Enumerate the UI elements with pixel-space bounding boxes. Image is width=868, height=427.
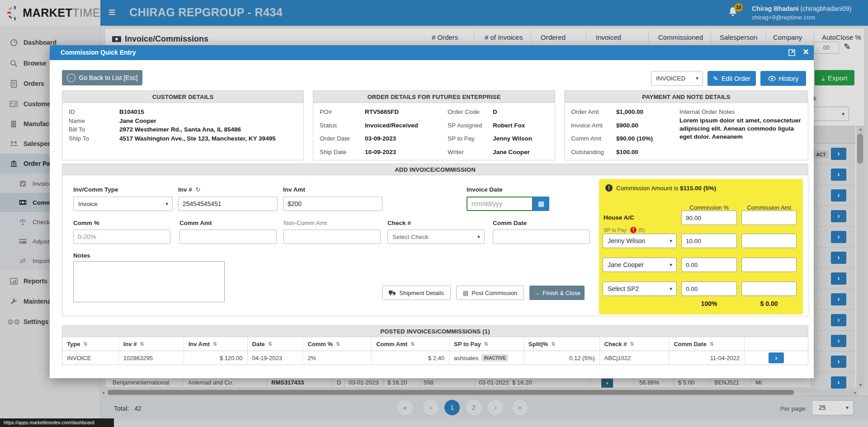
ship-to-label: Ship To	[69, 135, 119, 142]
customer-details-panel: IDB104015 NameJane Cooper Bill To2972 We…	[62, 103, 304, 160]
sort-icon[interactable]: ⇅	[268, 341, 272, 347]
house-ac-label: House A/C	[604, 214, 634, 221]
sp3-amt-input[interactable]	[741, 282, 797, 296]
sp-assigned-label: SP Assigned	[448, 122, 493, 133]
comm-pct-input[interactable]	[73, 230, 170, 244]
check-no-select[interactable]: Select Check ▾	[387, 230, 485, 244]
house-amt-input[interactable]	[741, 211, 797, 225]
po-value: RTV5665FD	[365, 108, 444, 120]
sp1-amt-input[interactable]	[741, 234, 797, 248]
sort-icon[interactable]: ⇅	[83, 341, 87, 347]
sp3-pct-input[interactable]	[681, 282, 737, 296]
sort-icon[interactable]: ⇅	[140, 341, 144, 347]
commission-amount-value: $115.00 (5%)	[680, 185, 716, 192]
order-date-value: 03-09-2023	[365, 135, 444, 146]
sort-icon[interactable]: ⇅	[410, 341, 415, 347]
invoice-amt-value: $900.00	[616, 122, 675, 133]
truck-icon	[389, 290, 396, 296]
posted-table-row[interactable]: INVOICE 102863295 $ 120.00 04-19-2023 2%…	[62, 351, 808, 365]
post-commission-button[interactable]: ▤ Post Commission	[456, 286, 524, 300]
status-label: Status	[320, 122, 365, 133]
order-code-label: Order Code	[448, 108, 493, 120]
outstanding-label: Outstanding	[571, 149, 616, 160]
sp2-select[interactable]: Jane Cooper ▾	[603, 258, 677, 272]
customer-name-value: Jane Cooper	[119, 117, 303, 124]
house-pct-input[interactable]	[681, 211, 737, 225]
inv-no-label: Inv # ↻	[178, 186, 200, 193]
payment-details-panel: Order Amt$1,000.00 Invoice Amt$900.00 Co…	[564, 103, 808, 160]
comm-pct-label: Comm %	[73, 220, 99, 226]
commission-amount-note: ! Commission Amount is $115.00 (5%)	[605, 184, 716, 192]
inv-comm-type-select[interactable]: Invoice ▾	[73, 197, 173, 211]
sp1-pct-input[interactable]	[681, 234, 737, 248]
caret-down-icon: ▾	[165, 197, 168, 211]
invoice-status-select[interactable]: INVOICED ▾	[651, 71, 703, 86]
posted-inv-no: 102863295	[119, 351, 184, 365]
posted-split: 0.12 (5%)	[524, 351, 600, 365]
go-back-button[interactable]: ← Go Back to List [Esc]	[62, 70, 142, 85]
customer-id-value: B104015	[119, 108, 303, 115]
sp2-pct-input[interactable]	[681, 258, 737, 272]
outstanding-value: $100.00	[616, 149, 675, 160]
comm-amt-label: Comm Amt	[571, 135, 616, 146]
bill-to-value: 2972 Westheimer Rd., Santa Ana, IL 85486	[119, 126, 303, 133]
commission-amt-column-header: Commission Amt	[741, 204, 797, 211]
exit-arrow-icon: →	[533, 290, 539, 296]
sort-icon[interactable]: ⇅	[213, 341, 217, 347]
sort-icon[interactable]: ⇅	[710, 341, 714, 347]
expand-icon[interactable]	[788, 49, 795, 58]
close-icon[interactable]: ×	[803, 46, 809, 58]
commission-pct-column-header: Commission %	[681, 204, 737, 211]
commission-split-panel: ! Commission Amount is $115.00 (5%) Comm…	[599, 179, 803, 314]
info-warning-icon: !	[605, 184, 613, 192]
sp-count: (5)	[638, 227, 645, 233]
customer-name-label: Name	[69, 117, 119, 124]
writer-value: Jane Cooper	[493, 149, 532, 160]
caret-down-icon: ▾	[477, 230, 480, 244]
finish-close-button[interactable]: → Finish & Close	[529, 286, 585, 300]
sort-icon[interactable]: ⇅	[484, 341, 488, 347]
sp2-amt-input[interactable]	[741, 258, 797, 272]
order-details-header: ORDER DETAILS FOR FUTURES ENTERPRISE	[313, 90, 555, 103]
invoice-date-label: Invoice Date	[467, 186, 503, 193]
ship-date-value: 10-09-2023	[365, 149, 444, 160]
required-warning-icon: !	[630, 227, 637, 233]
inv-comm-type-label: Inv/Comm Type	[73, 186, 118, 193]
non-comm-amt-label: Non-Comm Amt	[283, 220, 327, 226]
history-button[interactable]: History	[760, 71, 806, 86]
bill-to-label: Bill To	[69, 126, 119, 133]
document-icon: ▤	[463, 290, 468, 296]
commission-quick-entry-modal: Commission Quick Entry × ← Go Back to Li…	[50, 45, 814, 378]
inv-amt-input[interactable]	[283, 197, 382, 211]
posted-comm-pct: 2%	[303, 351, 372, 365]
sp3-select[interactable]: Select SP2 ▾	[603, 282, 677, 296]
internal-notes-label: Internal Order Notes	[679, 108, 802, 115]
edit-order-button[interactable]: ✎ Edit Order	[708, 71, 756, 86]
refresh-icon[interactable]: ↻	[196, 186, 201, 193]
invoice-date-input[interactable]	[467, 197, 533, 211]
calendar-icon[interactable]: ▦	[533, 197, 549, 211]
posted-type: INVOICE	[62, 351, 119, 365]
notes-label: Notes	[73, 252, 90, 259]
sort-icon[interactable]: ⇅	[630, 341, 634, 347]
pencil-icon: ✎	[713, 75, 718, 82]
shipment-details-button[interactable]: Shipment Details	[382, 286, 451, 300]
modal-header: Commission Quick Entry ×	[50, 45, 814, 60]
sp1-select[interactable]: Jenny Wilson ▾	[603, 234, 677, 248]
notes-textarea[interactable]	[73, 261, 225, 302]
comm-date-input[interactable]	[493, 230, 590, 244]
sp-to-pay-section-label: SP to Pay ! (5)	[604, 227, 645, 233]
inactive-badge: INACTIVE	[481, 354, 508, 361]
inv-no-input[interactable]	[178, 197, 278, 211]
sp-assigned-value: Robert Fox	[493, 122, 532, 133]
sort-icon[interactable]: ⇅	[551, 341, 555, 347]
non-comm-amt-input[interactable]	[283, 230, 381, 244]
order-amt-value: $1,000.00	[616, 108, 675, 120]
sort-icon[interactable]: ⇅	[336, 341, 340, 347]
row-detail-chevron-button[interactable]: ›	[769, 352, 784, 363]
ship-to-value: 4517 Washington Ave., Ste 123, Mancheste…	[119, 135, 303, 142]
po-label: PO#	[320, 108, 365, 120]
total-pct: 100%	[681, 300, 737, 307]
comm-amt-input[interactable]	[179, 230, 277, 244]
caret-down-icon: ▾	[670, 282, 672, 296]
